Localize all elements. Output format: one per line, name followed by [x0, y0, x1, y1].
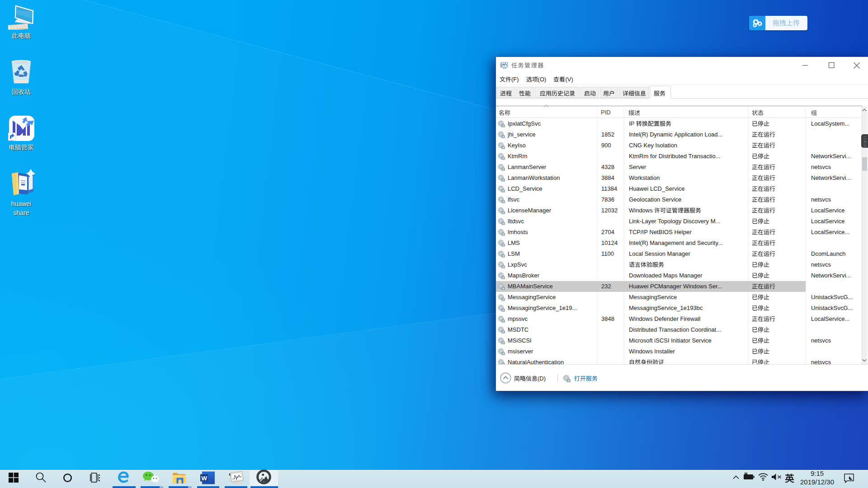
- svg-text:W: W: [201, 475, 207, 482]
